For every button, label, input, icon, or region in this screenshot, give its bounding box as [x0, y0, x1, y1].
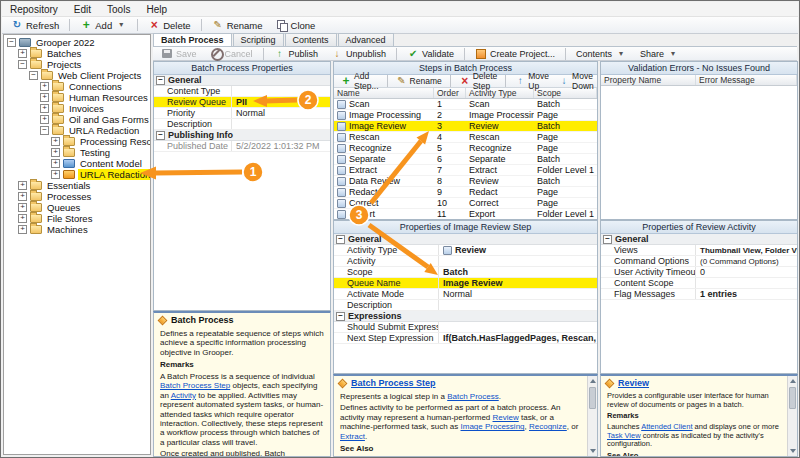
collapse-icon[interactable] [29, 71, 38, 80]
table-row-extract[interactable]: Extract 7 Extract Folder Level 1 [334, 165, 597, 176]
create-project-button[interactable]: Create Project... [469, 46, 561, 61]
column-header-activity-type[interactable]: Activity Type [466, 88, 534, 98]
column-header-name[interactable]: Name [334, 88, 434, 98]
column-header-error-message[interactable]: Error Message [696, 75, 797, 85]
expand-icon[interactable] [40, 104, 49, 113]
category-publishing-info[interactable]: Publishing Info [154, 130, 330, 141]
property-row-published-date[interactable]: Published Date 5/2/2022 1:01:32 PM [154, 141, 330, 152]
expand-icon[interactable] [51, 137, 60, 146]
tree-item-file-stores[interactable]: File Stores [4, 213, 150, 224]
menu-help[interactable]: Help [138, 2, 175, 16]
tree-item-urla-redaction-project[interactable]: URLA Redaction [4, 125, 150, 136]
property-row-content-scope[interactable]: Content Scope [601, 278, 797, 289]
tab-scripting[interactable]: Scripting [233, 33, 284, 46]
property-row-activate-mode[interactable]: Activate Mode Normal [334, 289, 597, 300]
category-general[interactable]: General [334, 234, 597, 245]
help-link[interactable]: Recognize [529, 422, 567, 431]
tree-item-processes[interactable]: Processes [4, 191, 150, 202]
property-row-queue-name[interactable]: Queue Name Image Review [334, 278, 597, 289]
collapse-icon[interactable] [156, 131, 165, 140]
property-row-description[interactable]: Description [334, 300, 597, 311]
tab-advanced[interactable]: Advanced [338, 33, 394, 46]
table-row-redact[interactable]: Redact 9 Redact Page [334, 187, 597, 198]
scroll-thumb[interactable] [789, 387, 796, 409]
expand-icon[interactable] [51, 159, 60, 168]
share-dropdown[interactable]: Share [634, 46, 685, 61]
property-row-scope[interactable]: Scope Batch [334, 267, 597, 278]
menu-edit[interactable]: Edit [66, 2, 99, 16]
tree-item-queues[interactable]: Queues [4, 202, 150, 213]
collapse-icon[interactable] [336, 235, 345, 244]
table-row-correct[interactable]: Correct 10 Correct Page [334, 198, 597, 209]
help-link[interactable]: Review [493, 413, 519, 422]
scroll-down-icon[interactable] [788, 446, 797, 456]
add-button[interactable]: Add [74, 18, 133, 33]
help-link[interactable]: Activity [171, 391, 196, 400]
category-general[interactable]: General [601, 234, 797, 245]
table-row-separate[interactable]: Separate 6 Separate Batch [334, 154, 597, 165]
collapse-icon[interactable] [7, 38, 16, 47]
expand-icon[interactable] [40, 115, 49, 124]
tree-item-oil-and-gas-forms[interactable]: Oil and Gas Forms [4, 114, 150, 125]
collapse-icon[interactable] [156, 76, 165, 85]
tree-item-invoices[interactable]: Invoices [4, 103, 150, 114]
expand-icon[interactable] [18, 181, 27, 190]
expand-icon[interactable] [18, 203, 27, 212]
tree-item-connections[interactable]: Connections [4, 81, 150, 92]
property-row-review-queue[interactable]: Review Queue PII [154, 97, 330, 108]
help-link[interactable]: Image Processing [461, 422, 525, 431]
scroll-down-icon[interactable] [588, 446, 597, 456]
collapse-icon[interactable] [336, 312, 345, 321]
tree-item-testing[interactable]: Testing [4, 147, 150, 158]
help-title-link[interactable]: Batch Process Step [351, 378, 436, 388]
expand-icon[interactable] [51, 148, 60, 157]
scrollbar[interactable] [787, 376, 797, 456]
validate-button[interactable]: Validate [401, 46, 460, 61]
scroll-up-icon[interactable] [588, 376, 597, 386]
property-row-description[interactable]: Description [154, 119, 330, 130]
unpublish-button[interactable]: Unpublish [325, 46, 392, 61]
tree-item-web-client-projects[interactable]: Web Client Projects [4, 70, 150, 81]
save-button[interactable]: Save [155, 46, 203, 61]
column-header-scope[interactable]: Scope [534, 88, 597, 98]
property-row-next-step-expression[interactable]: Next Step Expression If(Batch.HasFlagged… [334, 333, 597, 344]
contents-dropdown[interactable]: Contents [570, 46, 633, 61]
tab-batch-process[interactable]: Batch Process [153, 33, 232, 46]
property-row-content-type[interactable]: Content Type [154, 86, 330, 97]
category-general[interactable]: General [154, 75, 330, 86]
property-row-command-options[interactable]: Command Options (0 Command Options) [601, 256, 797, 267]
property-row-user-activity-timeout[interactable]: User Activity Timeout 0 [601, 267, 797, 278]
menu-repository[interactable]: Repository [2, 2, 66, 16]
scroll-thumb[interactable] [589, 387, 596, 409]
table-row-image-processing[interactable]: Image Processing 2 Image Processing Page [334, 110, 597, 121]
help-link[interactable]: Batch Process [447, 392, 499, 401]
table-row-rescan[interactable]: Rescan 4 Rescan Page [334, 132, 597, 143]
scroll-up-icon[interactable] [788, 376, 797, 386]
table-row-scan[interactable]: Scan 1 Scan Batch [334, 99, 597, 110]
table-row-recognize[interactable]: Recognize 5 Recognize Page [334, 143, 597, 154]
help-title-link[interactable]: Review [618, 378, 649, 388]
tab-contents[interactable]: Contents [285, 33, 337, 46]
tree-item-batches[interactable]: Batches [4, 48, 150, 59]
table-row-data-review[interactable]: Data Review 8 Review Batch [334, 176, 597, 187]
table-row-export[interactable]: Export 11 Export Folder Level 1 [334, 209, 597, 220]
category-expressions[interactable]: Expressions [334, 311, 597, 322]
expand-icon[interactable] [40, 82, 49, 91]
rename-step-button[interactable]: Rename [392, 75, 446, 88]
expand-icon[interactable] [18, 225, 27, 234]
rename-button[interactable]: Rename [206, 18, 269, 33]
menu-tools[interactable]: Tools [99, 2, 138, 16]
help-link[interactable]: Batch Process Step [160, 381, 230, 390]
tree-item-content-model[interactable]: Content Model [4, 158, 150, 169]
property-row-activity[interactable]: Activity [334, 256, 597, 267]
delete-button[interactable]: Delete [142, 18, 196, 33]
cancel-button[interactable]: Cancel [204, 46, 259, 61]
expand-icon[interactable] [18, 192, 27, 201]
tree-item-urla-redaction-batch-process[interactable]: URLA Redaction [4, 169, 150, 180]
expand-icon[interactable] [40, 93, 49, 102]
expand-icon[interactable] [18, 49, 27, 58]
column-header-property-name[interactable]: Property Name [601, 75, 696, 85]
tree-item-processing-resources[interactable]: Processing Resources [4, 136, 150, 147]
column-header-order[interactable]: Order [434, 88, 466, 98]
tree-item-human-resources[interactable]: Human Resources [4, 92, 150, 103]
